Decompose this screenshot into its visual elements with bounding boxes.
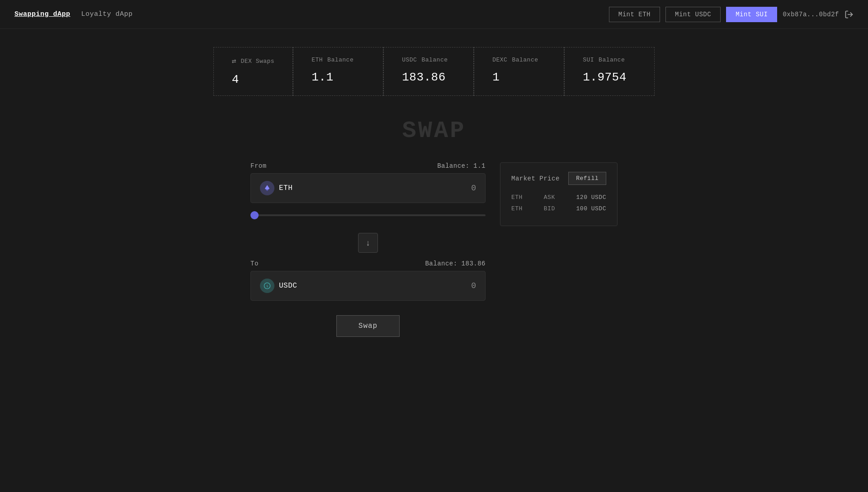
- to-token-name: USDC: [279, 282, 297, 290]
- market-price-panel: Market Price Refill ETH ASK 120 USDC ETH…: [500, 162, 618, 226]
- market-ask-row: ETH ASK 120 USDC: [511, 194, 606, 201]
- stat-dexc-balance: DEXC Balance 1: [474, 47, 564, 96]
- market-bid-row: ETH BID 100 USDC: [511, 205, 606, 212]
- header: Swapping dApp Loyalty dApp Mint ETH Mint…: [0, 0, 868, 29]
- stat-eth-balance: ETH Balance 1.1: [293, 47, 383, 96]
- mint-sui-button[interactable]: Mint SUI: [726, 7, 777, 22]
- usdc-token-label: USDC: [402, 57, 417, 63]
- stats-row: ⇄ DEX Swaps 4 ETH Balance 1.1 USDC Balan…: [213, 47, 655, 96]
- nav-swapping-dapp[interactable]: Swapping dApp: [14, 10, 71, 18]
- refill-button[interactable]: Refill: [568, 172, 606, 185]
- from-label: From: [250, 162, 267, 170]
- dex-swaps-label: DEX Swaps: [241, 58, 274, 65]
- logout-icon: [844, 10, 854, 19]
- svg-text:$: $: [266, 284, 268, 288]
- from-token-left: ETH: [260, 181, 292, 195]
- down-arrow-icon: ↓: [366, 238, 370, 248]
- market-panel-header: Market Price Refill: [511, 172, 606, 185]
- dexc-balance-value: 1: [492, 71, 546, 84]
- eth-balance-value: 1.1: [311, 71, 365, 84]
- from-field-header: From Balance: 1.1: [250, 162, 486, 170]
- nav-loyalty-dapp[interactable]: Loyalty dApp: [81, 10, 133, 18]
- eth-balance-label: Balance: [327, 57, 354, 63]
- swap-direction-container: ↓: [250, 233, 486, 253]
- market-ask-price: 120 USDC: [576, 194, 606, 201]
- swap-form: From Balance: 1.1 ETH 0: [250, 162, 486, 337]
- mint-eth-button[interactable]: Mint ETH: [609, 7, 660, 22]
- eth-token-label: ETH: [311, 57, 323, 63]
- market-bid-token: ETH: [511, 205, 528, 212]
- dexc-balance-label: Balance: [512, 57, 538, 63]
- swap-button[interactable]: Swap: [336, 315, 400, 337]
- main-content: ⇄ DEX Swaps 4 ETH Balance 1.1 USDC Balan…: [0, 29, 868, 355]
- to-label: To: [250, 260, 259, 267]
- to-field-header: To Balance: 183.86: [250, 260, 486, 267]
- swap-direction-button[interactable]: ↓: [358, 233, 378, 253]
- market-bid-price: 100 USDC: [576, 205, 606, 212]
- swap-slider[interactable]: [250, 214, 486, 216]
- header-actions: Mint ETH Mint USDC Mint SUI 0xb87a...0bd…: [609, 7, 854, 22]
- to-token-box[interactable]: $ USDC 0: [250, 271, 486, 301]
- stat-sui-balance: SUI Balance 1.9754: [564, 47, 655, 96]
- dexc-token-label: DEXC: [492, 57, 507, 63]
- to-balance: Balance: 183.86: [425, 260, 486, 267]
- stat-usdc-balance: USDC Balance 183.86: [383, 47, 474, 96]
- to-token-left: $ USDC: [260, 279, 297, 293]
- market-ask-token: ETH: [511, 194, 528, 201]
- eth-icon: [260, 181, 274, 195]
- logout-button[interactable]: [844, 10, 854, 19]
- from-balance: Balance: 1.1: [437, 162, 486, 170]
- mint-usdc-button[interactable]: Mint USDC: [665, 7, 721, 22]
- swap-container: From Balance: 1.1 ETH 0: [250, 162, 618, 337]
- usdc-balance-label: Balance: [421, 57, 448, 63]
- market-ask-type: ASK: [544, 194, 560, 201]
- stat-dex-swaps: ⇄ DEX Swaps 4: [213, 47, 293, 96]
- usdc-balance-value: 183.86: [402, 71, 455, 84]
- wallet-address: 0xb87a...0bd2f: [783, 11, 839, 18]
- market-price-title: Market Price: [511, 175, 560, 182]
- swap-title: SWAP: [402, 118, 466, 144]
- from-token-box[interactable]: ETH 0: [250, 173, 486, 203]
- sui-balance-label: Balance: [599, 57, 625, 63]
- main-nav: Swapping dApp Loyalty dApp: [14, 10, 609, 18]
- to-token-amount: 0: [471, 281, 476, 290]
- swap-arrows-icon: ⇄: [232, 57, 236, 66]
- usdc-icon: $: [260, 279, 274, 293]
- from-token-amount: 0: [471, 184, 476, 193]
- sui-balance-value: 1.9754: [583, 71, 636, 84]
- swap-slider-container: [250, 210, 486, 218]
- market-bid-type: BID: [544, 205, 560, 212]
- from-token-name: ETH: [279, 184, 292, 192]
- sui-token-label: SUI: [583, 57, 594, 63]
- dex-swaps-value: 4: [232, 73, 274, 86]
